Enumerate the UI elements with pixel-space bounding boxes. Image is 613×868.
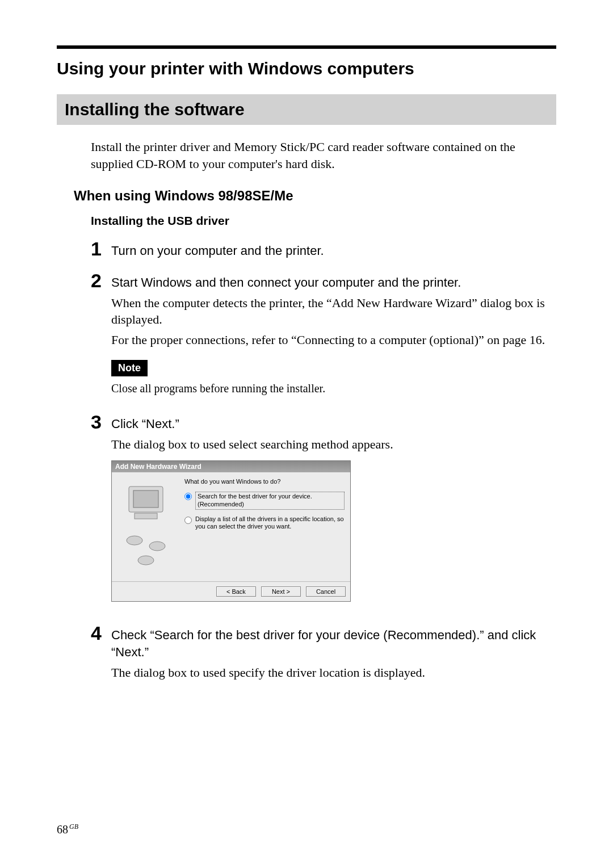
step-body: Check “Search for the best driver for yo… bbox=[111, 623, 556, 684]
page-region: GB bbox=[69, 823, 78, 831]
radio-label: Display a list of all the drivers in a s… bbox=[195, 515, 345, 531]
svg-rect-2 bbox=[135, 513, 157, 519]
step-paragraph: The dialog box to used specify the drive… bbox=[111, 664, 556, 681]
intro-paragraph: Install the printer driver and Memory St… bbox=[91, 139, 556, 172]
step-number: 3 bbox=[91, 412, 111, 431]
step-title: Turn on your computer and the printer. bbox=[111, 242, 556, 259]
sub-heading: When using Windows 98/98SE/Me bbox=[74, 188, 556, 204]
svg-rect-1 bbox=[133, 490, 158, 508]
step-3: 3 Click “Next.” The dialog box to used s… bbox=[91, 412, 556, 615]
page-number: 68GB bbox=[57, 823, 78, 836]
radio-input[interactable] bbox=[184, 517, 192, 524]
dialog-prompt: What do you want Windows to do? bbox=[184, 478, 345, 485]
add-new-hardware-wizard: Add New Hardware Wizard What d bbox=[111, 460, 351, 602]
step-body: Start Windows and then connect your comp… bbox=[111, 271, 556, 404]
svg-point-5 bbox=[138, 556, 154, 565]
note-text: Close all programs before running the in… bbox=[111, 382, 556, 395]
top-rule bbox=[57, 45, 556, 49]
note-badge: Note bbox=[111, 360, 148, 376]
radio-option-display-list[interactable]: Display a list of all the drivers in a s… bbox=[184, 515, 345, 531]
svg-point-3 bbox=[127, 536, 142, 545]
back-button[interactable]: < Back bbox=[216, 586, 256, 597]
step-title: Start Windows and then connect your comp… bbox=[111, 274, 556, 291]
next-button[interactable]: Next > bbox=[261, 586, 301, 597]
main-heading: Using your printer with Windows computer… bbox=[57, 59, 556, 78]
section-heading: Installing the software bbox=[57, 94, 556, 125]
step-paragraph: When the computer detects the printer, t… bbox=[111, 295, 556, 328]
step-paragraph: The dialog box to used select searching … bbox=[111, 436, 556, 453]
cancel-button[interactable]: Cancel bbox=[306, 586, 346, 597]
step-title: Click “Next.” bbox=[111, 416, 556, 433]
step-paragraph: For the proper connections, refer to “Co… bbox=[111, 332, 556, 349]
step-title: Check “Search for the best driver for yo… bbox=[111, 627, 556, 660]
step-body: Turn on your computer and the printer. bbox=[111, 239, 556, 263]
step-body: Click “Next.” The dialog box to used sel… bbox=[111, 412, 556, 615]
page-number-value: 68 bbox=[57, 823, 68, 836]
radio-option-search-best[interactable]: Search for the best driver for your devi… bbox=[184, 492, 345, 510]
radio-input[interactable] bbox=[184, 493, 192, 500]
step-1: 1 Turn on your computer and the printer. bbox=[91, 239, 556, 263]
step-4: 4 Check “Search for the best driver for … bbox=[91, 623, 556, 684]
wizard-art-icon bbox=[117, 478, 180, 576]
dialog-footer: < Back Next > Cancel bbox=[112, 581, 350, 601]
document-page: Using your printer with Windows computer… bbox=[0, 0, 613, 868]
dialog-content: What do you want Windows to do? Search f… bbox=[180, 478, 345, 576]
step-number: 4 bbox=[91, 623, 111, 643]
dialog-body: What do you want Windows to do? Search f… bbox=[112, 472, 350, 581]
dialog-title: Add New Hardware Wizard bbox=[112, 461, 350, 472]
step-number: 2 bbox=[91, 271, 111, 290]
radio-label: Search for the best driver for your devi… bbox=[195, 492, 345, 510]
svg-point-4 bbox=[149, 542, 165, 551]
step-number: 1 bbox=[91, 239, 111, 258]
sub-sub-heading: Installing the USB driver bbox=[91, 214, 556, 228]
step-2: 2 Start Windows and then connect your co… bbox=[91, 271, 556, 404]
